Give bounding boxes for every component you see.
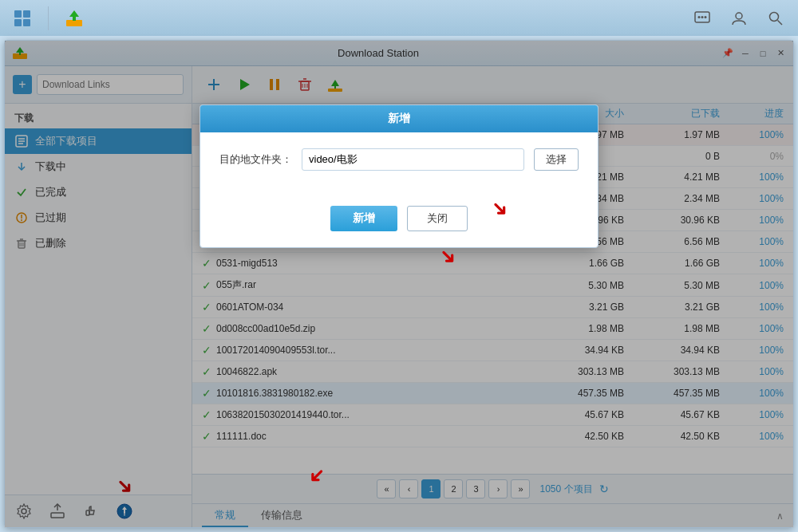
- destination-input[interactable]: [302, 148, 524, 171]
- app-grid-icon[interactable]: [8, 4, 37, 33]
- modal-overlay: 新增 目的地文件夹： 选择 新增 关闭: [5, 41, 793, 527]
- main-window: Download Station 📌 ─ □ ✕ + 下载: [4, 40, 794, 528]
- modal-title: 新增: [200, 105, 598, 132]
- svg-marker-5: [69, 10, 79, 17]
- destination-label: 目的地文件夹：: [219, 152, 292, 167]
- svg-rect-6: [73, 17, 76, 21]
- svg-rect-1: [23, 10, 30, 18]
- svg-point-12: [770, 12, 779, 21]
- download-station-top-icon[interactable]: [60, 4, 89, 33]
- svg-point-11: [736, 13, 742, 19]
- svg-rect-0: [14, 10, 22, 18]
- svg-rect-4: [66, 20, 82, 26]
- svg-point-10: [705, 16, 707, 18]
- user-icon[interactable]: [725, 4, 753, 33]
- search-icon[interactable]: [761, 4, 790, 33]
- svg-point-8: [698, 16, 701, 18]
- modal-add-button[interactable]: 新增: [330, 206, 397, 231]
- modal-body: 目的地文件夹： 选择: [200, 132, 598, 199]
- new-download-modal: 新增 目的地文件夹： 选择 新增 关闭: [200, 104, 598, 248]
- desktop-top: [0, 0, 798, 36]
- svg-point-9: [701, 16, 704, 18]
- svg-rect-2: [14, 19, 22, 26]
- modal-footer: 新增 关闭: [200, 199, 598, 247]
- destination-row: 目的地文件夹： 选择: [219, 148, 579, 171]
- select-folder-button[interactable]: 选择: [534, 148, 579, 171]
- svg-line-13: [778, 20, 783, 25]
- chat-icon[interactable]: [688, 4, 717, 33]
- svg-rect-3: [23, 19, 30, 26]
- modal-cancel-button[interactable]: 关闭: [407, 206, 468, 231]
